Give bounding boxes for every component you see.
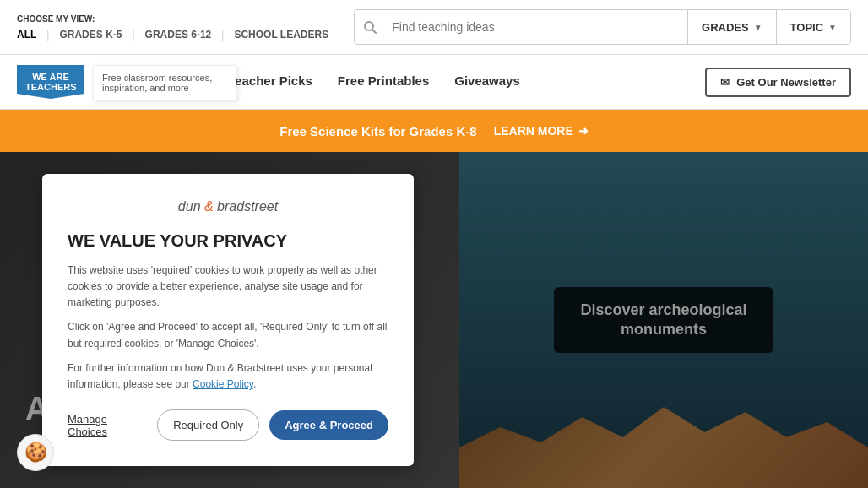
search-icon <box>355 20 385 34</box>
top-bar: CHOOSE MY VIEW: ALL | GRADES K-5 | GRADE… <box>0 0 868 55</box>
consent-overlay: dun & bradstreet WE VALUE YOUR PRIVACY T… <box>0 152 868 488</box>
consent-title: WE VALUE YOUR PRIVACY <box>68 231 388 251</box>
content-area: Activities for February and Beyond Disco… <box>0 152 868 488</box>
choose-view: CHOOSE MY VIEW: ALL | GRADES K-5 | GRADE… <box>17 14 328 41</box>
view-school-leaders[interactable]: SCHOOL LEADERS <box>234 29 328 41</box>
view-k5[interactable]: GRADES K-5 <box>59 29 122 41</box>
logo-tooltip: Free classroom resources, inspiration, a… <box>93 65 236 100</box>
grades-button[interactable]: GRADES ▼ <box>687 10 776 44</box>
choose-view-label: CHOOSE MY VIEW: <box>17 14 328 24</box>
consent-modal: dun & bradstreet WE VALUE YOUR PRIVACY T… <box>42 174 414 466</box>
topic-button[interactable]: TOPIC ▼ <box>776 10 850 44</box>
main-nav: WE ARE TEACHERS Free classroom resources… <box>0 55 868 110</box>
agree-proceed-button[interactable]: Agree & Proceed <box>269 410 388 440</box>
grades-chevron-icon: ▼ <box>754 23 762 32</box>
manage-choices-link[interactable]: Manage Choices <box>68 413 147 438</box>
view-6-12[interactable]: GRADES 6-12 <box>145 29 212 41</box>
search-input[interactable] <box>385 10 687 44</box>
learn-more-button[interactable]: LEARN MORE ➜ <box>494 124 589 138</box>
banner-text: Free Science Kits for Grades K-8 <box>279 124 476 138</box>
logo-wrap: WE ARE TEACHERS Free classroom resources… <box>17 65 84 99</box>
search-bar: GRADES ▼ TOPIC ▼ <box>354 9 851 45</box>
topic-chevron-icon: ▼ <box>828 23 837 32</box>
view-all[interactable]: ALL <box>17 29 36 41</box>
arrow-right-icon: ➜ <box>578 124 589 138</box>
nav-giveaways[interactable]: Giveaways <box>454 73 520 90</box>
nav-free-printables[interactable]: Free Printables <box>338 73 429 90</box>
cookie-icon: 🍪 <box>24 442 47 464</box>
newsletter-button[interactable]: ✉ Get Our Newsletter <box>705 68 851 97</box>
modal-actions: Manage Choices Required Only Agree & Pro… <box>68 409 388 441</box>
svg-line-1 <box>372 30 376 33</box>
consent-body3: For further information on how Dun & Bra… <box>68 361 388 393</box>
view-links: ALL | GRADES K-5 | GRADES 6-12 | SCHOOL … <box>17 29 328 41</box>
dub-logo: dun & bradstreet <box>68 199 388 214</box>
banner: Free Science Kits for Grades K-8 LEARN M… <box>0 110 868 152</box>
required-only-button[interactable]: Required Only <box>157 409 259 441</box>
logo[interactable]: WE ARE TEACHERS <box>17 65 84 99</box>
cookie-icon-button[interactable]: 🍪 <box>17 434 54 471</box>
consent-body2: Click on 'Agree and Proceed' to accept a… <box>68 319 388 351</box>
consent-body1: This website uses 'required' cookies to … <box>68 263 388 312</box>
envelope-icon: ✉ <box>720 76 730 89</box>
nav-teacher-picks[interactable]: Teacher Picks <box>228 73 312 90</box>
cookie-policy-link[interactable]: Cookie Policy <box>193 378 253 390</box>
